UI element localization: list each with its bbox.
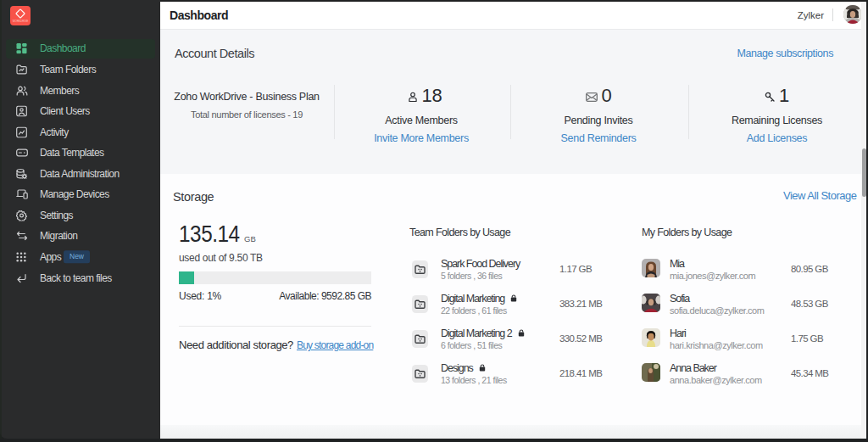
svg-text:WORKDRIVE: WORKDRIVE [13, 20, 29, 23]
